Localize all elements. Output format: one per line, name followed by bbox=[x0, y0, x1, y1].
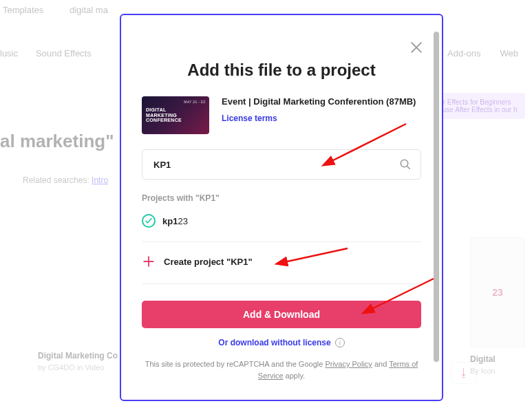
create-project-label: Create project "KP1" bbox=[164, 257, 253, 267]
file-meta: Event | Digital Marketing Conferention (… bbox=[222, 96, 421, 134]
file-name: Event | Digital Marketing Conferention (… bbox=[222, 96, 421, 108]
dialog-title: Add this file to a project bbox=[142, 61, 421, 80]
related-label: Related searches: bbox=[23, 175, 89, 185]
thumb-text: DIGITAL bbox=[146, 107, 205, 113]
close-button[interactable] bbox=[409, 40, 425, 56]
add-to-project-dialog: Add this file to a project MAY 21 - 23 D… bbox=[120, 14, 443, 401]
search-heading: al marketing" bbox=[0, 131, 114, 152]
close-icon bbox=[409, 40, 424, 55]
nav-item[interactable]: Web bbox=[500, 48, 519, 58]
project-search bbox=[142, 149, 421, 180]
thumb-text: MARKETING bbox=[146, 113, 205, 118]
download-icon[interactable]: ⭳ bbox=[451, 362, 477, 384]
right-nav: Add-ons Web bbox=[447, 48, 518, 58]
nav-item[interactable]: lusic bbox=[0, 48, 18, 58]
related-link[interactable]: Intro bbox=[92, 175, 108, 185]
nav-item[interactable]: digital ma bbox=[67, 1, 111, 19]
top-nav: Templates digital ma bbox=[0, 1, 111, 19]
projects-with-label: Projects with "KP1" bbox=[142, 193, 421, 203]
nav-item[interactable]: Sound Effects bbox=[36, 48, 92, 58]
recaptcha-legal: This site is protected by reCAPTCHA and … bbox=[142, 358, 421, 381]
card-title: Digital bbox=[470, 354, 532, 364]
card-thumbnail bbox=[38, 237, 127, 344]
nav-item[interactable]: Templates bbox=[0, 1, 46, 19]
divider bbox=[142, 241, 421, 242]
search-icon[interactable] bbox=[399, 158, 412, 171]
file-thumbnail: MAY 21 - 23 DIGITAL MARKETING CONFERENCE bbox=[142, 96, 209, 134]
project-option[interactable]: kp123 bbox=[142, 211, 421, 239]
promo-line: r Effects for Beginners bbox=[434, 98, 520, 106]
svg-point-0 bbox=[401, 160, 408, 167]
match-rest: 23 bbox=[178, 216, 187, 226]
legal-text: apply. bbox=[284, 372, 306, 380]
plus-icon bbox=[142, 255, 156, 268]
thumb-dates: MAY 21 - 23 bbox=[184, 100, 205, 105]
sub-nav: lusic Sound Effects bbox=[0, 48, 92, 58]
related-searches: Related searches: Intro bbox=[23, 175, 108, 185]
project-name: kp123 bbox=[162, 216, 188, 226]
add-download-button[interactable]: Add & Download bbox=[142, 301, 421, 328]
card-author: By Icon bbox=[470, 367, 532, 375]
legal-text: and bbox=[372, 360, 389, 368]
download-without-license-link[interactable]: Or download without license i bbox=[142, 338, 421, 347]
license-terms-link[interactable]: License terms bbox=[222, 114, 277, 123]
promo-banner[interactable]: r Effects for Beginners o use After Effe… bbox=[429, 93, 525, 119]
result-card[interactable]: 23 Digital By Icon bbox=[470, 237, 532, 375]
promo-line: o use After Effects in our h bbox=[434, 106, 520, 114]
alt-link-text: Or download without license bbox=[218, 338, 330, 347]
nav-item[interactable]: Add-ons bbox=[447, 48, 480, 58]
project-search-input[interactable] bbox=[142, 149, 421, 180]
create-project-option[interactable]: Create project "KP1" bbox=[142, 252, 421, 281]
file-info-row: MAY 21 - 23 DIGITAL MARKETING CONFERENCE… bbox=[142, 96, 421, 134]
thumb-text: CONFERENCE bbox=[146, 118, 205, 123]
dialog-scrollbar[interactable] bbox=[434, 32, 439, 362]
info-icon[interactable]: i bbox=[335, 338, 345, 347]
legal-text: This site is protected by reCAPTCHA and … bbox=[145, 360, 326, 368]
divider bbox=[142, 283, 421, 284]
privacy-policy-link[interactable]: Privacy Policy bbox=[325, 360, 372, 368]
checkmark-icon bbox=[142, 214, 156, 228]
match-bold: kp1 bbox=[162, 216, 178, 226]
card-thumbnail: 23 bbox=[470, 237, 525, 347]
